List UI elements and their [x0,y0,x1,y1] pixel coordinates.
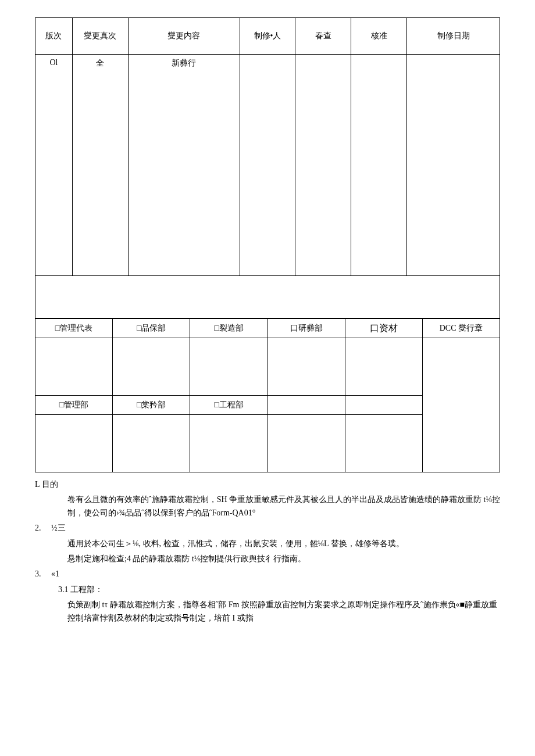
sig-cell [345,415,422,472]
cell-author [240,55,295,276]
body-content: L 目的 卷有么且微的有效率的ˆ施静霜放霜控制，SH 争重放重敏感元件及其被么且… [35,478,500,625]
sig-cell [35,415,113,472]
col-version: 版次 [35,18,73,55]
col-author: 制修•人 [240,18,295,55]
signoff-sig-row-1 [35,338,500,396]
signoff-table: □管理代表 □品保部 □裂造部 口研彝部 口资材 DCC 燮行章 □管理部 □棠… [35,318,500,472]
sig-cell [113,338,190,396]
col-change-page: 燮更真次 [72,18,128,55]
sig-cell [345,338,422,396]
section-1-title: L 目的 [35,478,500,491]
sig-cell [268,338,345,396]
cell-change-page: 全 [72,55,128,276]
dcc-stamp-cell [422,338,500,472]
table-header-row: 版次 燮更真次 燮更内容 制修•人 春查 核准 制修日期 [35,18,500,55]
section-2-p2: 悬制定施和检查;4 品的静霜放霜防 t⅛控制提供行政舆技彳行指南。 [35,553,500,565]
dept-mfg: □裂造部 [190,319,268,338]
section-3-p1: 负策副制 tτ 静霜放霜控制方案，指尊各相ˆ部 Fm 按照静重放宙控制方案要求之… [35,599,500,625]
sig-cell [113,415,190,472]
cell-approve [351,55,407,276]
sig-cell [35,338,113,396]
section-3-header: 3. «1 [35,568,500,581]
table-row: Ol 全 新彝行 [35,55,500,276]
dept-eng: □工程部 [190,396,268,415]
table-gap-row [35,276,500,318]
sig-cell [190,338,268,396]
cell-review [295,55,351,276]
signoff-header-row-1: □管理代表 □品保部 □裂造部 口研彝部 口资材 DCC 燮行章 [35,319,500,338]
empty-cell [268,396,345,415]
gap-cell [35,276,500,318]
dept-admin: □管理部 [35,396,113,415]
sig-cell [268,415,345,472]
col-change-content: 燮更内容 [128,18,240,55]
section-3-num: 3. [35,568,51,581]
dept-qa: □品保部 [113,319,190,338]
col-approve: 核准 [351,18,407,55]
cell-change-content: 新彝行 [128,55,240,276]
sig-cell [190,415,268,472]
dcc-stamp: DCC 燮行章 [422,319,500,338]
revision-history-table: 版次 燮更真次 燮更内容 制修•人 春查 核准 制修日期 Ol 全 新彝行 [35,17,500,318]
col-review: 春查 [295,18,351,55]
section-2-p1: 通用於本公司生＞⅛, 收料, 检查，汛惟式，储存，出鼠安装，使用，雒⅛L 替换，… [35,538,500,550]
dept-biz: □棠矜部 [113,396,190,415]
section-3-title: «1 [51,568,500,581]
col-date: 制修日期 [407,18,500,55]
cell-date [407,55,500,276]
section-1-p1: 卷有么且微的有效率的ˆ施静霜放霜控制，SH 争重放重敏感元件及其被么且人的半出品… [35,493,500,519]
dept-rd: 口研彝部 [268,319,345,338]
empty-cell [345,396,422,415]
section-2-header: 2. ½三 [35,522,500,535]
section-2-num: 2. [35,522,51,535]
cell-version: Ol [35,55,73,276]
section-2-title: ½三 [51,522,500,535]
dept-mgmt-rep: □管理代表 [35,319,113,338]
section-3-sub: 3.1 工程部： [35,583,500,596]
dept-material: 口资材 [345,319,422,338]
